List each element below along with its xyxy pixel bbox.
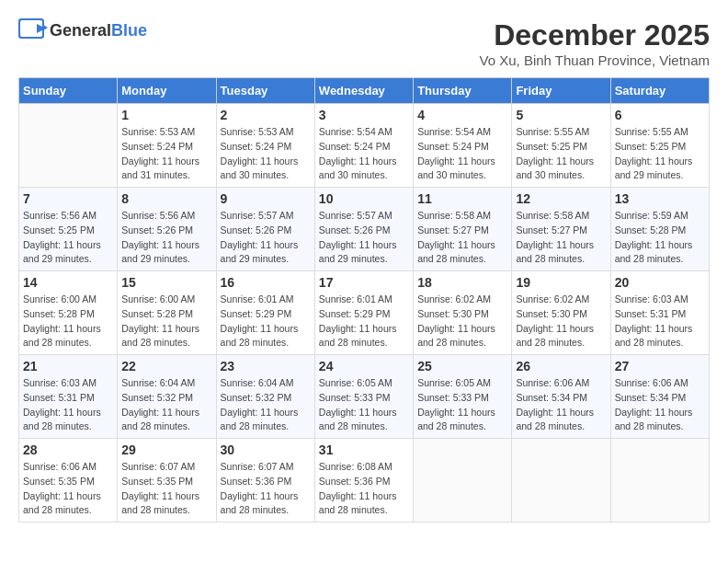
sunset-text: Sunset: 5:24 PM — [121, 141, 193, 152]
day-info: Sunrise: 5:54 AM Sunset: 5:24 PM Dayligh… — [319, 125, 409, 183]
day-info: Sunrise: 6:01 AM Sunset: 5:29 PM Dayligh… — [221, 293, 311, 350]
day-info: Sunrise: 6:03 AM Sunset: 5:31 PM Dayligh… — [23, 376, 113, 434]
calendar-cell — [414, 439, 512, 523]
daylight-text: Daylight: 11 hours and 28 minutes. — [221, 323, 299, 349]
day-number: 30 — [221, 442, 311, 457]
day-number: 31 — [319, 442, 409, 457]
weekday-header-tuesday: Tuesday — [216, 78, 314, 104]
day-info: Sunrise: 5:53 AM Sunset: 5:24 PM Dayligh… — [221, 125, 311, 183]
daylight-text: Daylight: 11 hours and 30 minutes. — [516, 155, 594, 181]
day-number: 27 — [615, 359, 705, 373]
sunset-text: Sunset: 5:33 PM — [417, 392, 489, 403]
sunset-text: Sunset: 5:35 PM — [121, 476, 193, 487]
day-info: Sunrise: 6:07 AM Sunset: 5:36 PM Dayligh… — [221, 460, 311, 518]
sunrise-text: Sunrise: 5:57 AM — [319, 210, 392, 221]
calendar-cell: 12 Sunrise: 5:58 AM Sunset: 5:27 PM Dayl… — [512, 188, 610, 271]
day-info: Sunrise: 6:04 AM Sunset: 5:32 PM Dayligh… — [121, 376, 211, 434]
sunrise-text: Sunrise: 6:05 AM — [417, 377, 491, 388]
sunrise-text: Sunrise: 6:07 AM — [121, 461, 195, 472]
sunset-text: Sunset: 5:24 PM — [319, 141, 391, 152]
calendar-week-row: 7 Sunrise: 5:56 AM Sunset: 5:25 PM Dayli… — [19, 188, 710, 271]
sunrise-text: Sunrise: 6:00 AM — [23, 293, 97, 304]
page-header: GeneralBlue December 2025 Vo Xu, Binh Th… — [18, 18, 710, 68]
day-info: Sunrise: 5:54 AM Sunset: 5:24 PM Dayligh… — [417, 125, 507, 183]
day-info: Sunrise: 6:06 AM Sunset: 5:34 PM Dayligh… — [615, 376, 705, 434]
calendar-cell: 23 Sunrise: 6:04 AM Sunset: 5:32 PM Dayl… — [216, 355, 314, 439]
day-number: 28 — [23, 442, 113, 457]
calendar-cell: 5 Sunrise: 5:55 AM Sunset: 5:25 PM Dayli… — [512, 104, 610, 188]
title-block: December 2025 Vo Xu, Binh Thuan Province… — [480, 18, 710, 68]
calendar-cell — [19, 104, 118, 188]
sunrise-text: Sunrise: 5:55 AM — [615, 126, 688, 137]
sunset-text: Sunset: 5:30 PM — [516, 308, 587, 319]
weekday-header-saturday: Saturday — [610, 78, 709, 104]
calendar-cell: 30 Sunrise: 6:07 AM Sunset: 5:36 PM Dayl… — [216, 439, 314, 523]
daylight-text: Daylight: 11 hours and 30 minutes. — [319, 155, 397, 181]
calendar-header-row: SundayMondayTuesdayWednesdayThursdayFrid… — [19, 78, 710, 104]
sunset-text: Sunset: 5:25 PM — [516, 141, 587, 152]
calendar-cell: 15 Sunrise: 6:00 AM Sunset: 5:28 PM Dayl… — [118, 271, 216, 355]
daylight-text: Daylight: 11 hours and 28 minutes. — [615, 239, 693, 265]
sunrise-text: Sunrise: 6:06 AM — [23, 461, 97, 472]
day-number: 26 — [516, 359, 606, 373]
day-number: 5 — [516, 108, 606, 122]
daylight-text: Daylight: 11 hours and 28 minutes. — [221, 407, 299, 432]
day-number: 21 — [23, 359, 113, 373]
calendar-cell: 28 Sunrise: 6:06 AM Sunset: 5:35 PM Dayl… — [19, 439, 118, 523]
day-number: 6 — [615, 108, 705, 122]
calendar-cell: 11 Sunrise: 5:58 AM Sunset: 5:27 PM Dayl… — [414, 188, 512, 271]
calendar-cell: 20 Sunrise: 6:03 AM Sunset: 5:31 PM Dayl… — [610, 271, 709, 355]
sunrise-text: Sunrise: 5:58 AM — [417, 210, 491, 221]
sunset-text: Sunset: 5:29 PM — [221, 308, 292, 319]
calendar-cell: 16 Sunrise: 6:01 AM Sunset: 5:29 PM Dayl… — [216, 271, 314, 355]
daylight-text: Daylight: 11 hours and 28 minutes. — [417, 323, 495, 349]
calendar-cell: 25 Sunrise: 6:05 AM Sunset: 5:33 PM Dayl… — [414, 355, 512, 439]
day-info: Sunrise: 6:03 AM Sunset: 5:31 PM Dayligh… — [615, 293, 705, 350]
daylight-text: Daylight: 11 hours and 29 minutes. — [121, 239, 199, 265]
sunrise-text: Sunrise: 5:55 AM — [516, 126, 589, 137]
calendar-cell: 14 Sunrise: 6:00 AM Sunset: 5:28 PM Dayl… — [19, 271, 118, 355]
logo-blue-text: Blue — [111, 21, 147, 40]
calendar-week-row: 1 Sunrise: 5:53 AM Sunset: 5:24 PM Dayli… — [19, 104, 710, 188]
sunset-text: Sunset: 5:34 PM — [615, 392, 687, 403]
daylight-text: Daylight: 11 hours and 28 minutes. — [319, 490, 397, 516]
daylight-text: Daylight: 11 hours and 29 minutes. — [221, 239, 299, 265]
daylight-text: Daylight: 11 hours and 28 minutes. — [516, 323, 594, 349]
day-number: 10 — [319, 191, 409, 206]
sunset-text: Sunset: 5:31 PM — [615, 308, 687, 319]
day-number: 15 — [121, 275, 211, 290]
day-info: Sunrise: 6:00 AM Sunset: 5:28 PM Dayligh… — [121, 293, 211, 350]
calendar-week-row: 14 Sunrise: 6:00 AM Sunset: 5:28 PM Dayl… — [19, 271, 710, 355]
day-info: Sunrise: 6:04 AM Sunset: 5:32 PM Dayligh… — [221, 376, 311, 434]
sunrise-text: Sunrise: 6:05 AM — [319, 377, 392, 388]
calendar-cell: 9 Sunrise: 5:57 AM Sunset: 5:26 PM Dayli… — [216, 188, 314, 271]
weekday-header-monday: Monday — [118, 78, 216, 104]
sunset-text: Sunset: 5:26 PM — [121, 224, 193, 236]
sunrise-text: Sunrise: 6:03 AM — [23, 377, 97, 388]
sunset-text: Sunset: 5:24 PM — [417, 141, 489, 152]
daylight-text: Daylight: 11 hours and 29 minutes. — [615, 155, 693, 181]
daylight-text: Daylight: 11 hours and 28 minutes. — [121, 323, 199, 349]
calendar-cell: 3 Sunrise: 5:54 AM Sunset: 5:24 PM Dayli… — [314, 104, 413, 188]
sunrise-text: Sunrise: 5:53 AM — [121, 126, 195, 137]
daylight-text: Daylight: 11 hours and 28 minutes. — [121, 407, 199, 432]
calendar-week-row: 28 Sunrise: 6:06 AM Sunset: 5:35 PM Dayl… — [19, 439, 710, 523]
calendar-cell: 22 Sunrise: 6:04 AM Sunset: 5:32 PM Dayl… — [118, 355, 216, 439]
calendar-cell: 31 Sunrise: 6:08 AM Sunset: 5:36 PM Dayl… — [314, 439, 413, 523]
day-number: 25 — [417, 359, 507, 373]
daylight-text: Daylight: 11 hours and 28 minutes. — [615, 323, 693, 349]
day-info: Sunrise: 5:56 AM Sunset: 5:25 PM Dayligh… — [23, 209, 113, 267]
daylight-text: Daylight: 11 hours and 28 minutes. — [23, 407, 101, 432]
day-number: 23 — [221, 359, 311, 373]
sunrise-text: Sunrise: 6:08 AM — [319, 461, 392, 472]
weekday-header-sunday: Sunday — [19, 78, 118, 104]
sunset-text: Sunset: 5:32 PM — [121, 392, 193, 403]
sunrise-text: Sunrise: 5:58 AM — [516, 210, 589, 221]
sunset-text: Sunset: 5:27 PM — [516, 224, 587, 236]
daylight-text: Daylight: 11 hours and 28 minutes. — [516, 407, 594, 432]
sunrise-text: Sunrise: 6:07 AM — [221, 461, 294, 472]
day-number: 1 — [121, 108, 211, 122]
day-number: 19 — [516, 275, 606, 290]
weekday-header-friday: Friday — [512, 78, 610, 104]
day-info: Sunrise: 6:02 AM Sunset: 5:30 PM Dayligh… — [417, 293, 507, 350]
